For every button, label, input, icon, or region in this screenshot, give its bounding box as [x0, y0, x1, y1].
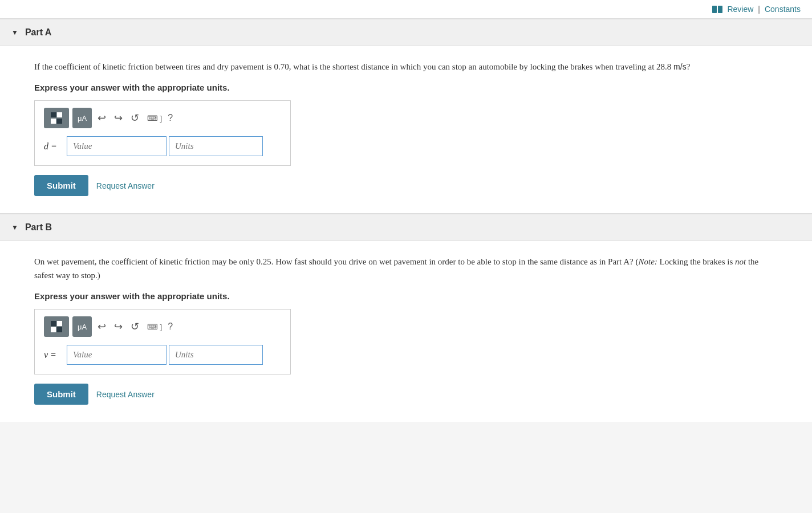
part-a-toolbar: μA ↩ ↪ ↺ ⌨ ] ?: [44, 108, 281, 128]
part-b-chevron[interactable]: ▼: [11, 223, 18, 232]
part-a-keyboard-button[interactable]: ⌨ ]: [145, 113, 164, 124]
part-b-grid-button[interactable]: [44, 316, 69, 337]
part-a-body: If the coefficient of kinetic friction b…: [0, 46, 812, 213]
constants-link[interactable]: Constants: [765, 5, 801, 14]
part-b-symbol-button[interactable]: μA: [72, 316, 92, 337]
part-b-redo-button[interactable]: ↪: [112, 319, 125, 334]
part-a-grid-button[interactable]: [44, 108, 69, 128]
part-a-action-row: Submit Request Answer: [34, 175, 778, 196]
part-b-title: Part B: [25, 222, 52, 233]
books-icon: [712, 6, 722, 13]
part-b-answer-box: μA ↩ ↪ ↺ ⌨ ] ? v =: [34, 309, 291, 374]
part-b-not-word: not: [735, 257, 746, 266]
part-b-header: ▼ Part B: [0, 214, 812, 241]
part-b-action-row: Submit Request Answer: [34, 384, 778, 405]
part-b-undo-button[interactable]: ↩: [95, 319, 108, 334]
part-b-toolbar: μA ↩ ↪ ↺ ⌨ ] ?: [44, 316, 281, 337]
part-a-reset-button[interactable]: ↺: [128, 111, 141, 125]
part-a-value-input[interactable]: [67, 136, 167, 156]
part-b-note-label: Note:: [638, 257, 657, 266]
part-a-section: ▼ Part A If the coefficient of kinetic f…: [0, 19, 812, 213]
part-b-value-input[interactable]: [67, 345, 167, 365]
separator: |: [758, 5, 760, 14]
part-b-section: ▼ Part B On wet pavement, the coefficien…: [0, 213, 812, 422]
part-a-title: Part A: [25, 27, 52, 38]
part-a-express-label: Express your answer with the appropriate…: [34, 83, 778, 92]
part-a-units-input[interactable]: [169, 136, 263, 156]
part-a-answer-box: μA ↩ ↪ ↺ ⌨ ] ? d =: [34, 100, 291, 166]
part-a-redo-button[interactable]: ↪: [112, 111, 125, 125]
part-b-body: On wet pavement, the coefficient of kine…: [0, 241, 812, 422]
part-b-units-input[interactable]: [169, 345, 263, 365]
part-b-reset-button[interactable]: ↺: [128, 319, 141, 334]
part-b-keyboard-button[interactable]: ⌨ ]: [145, 321, 164, 332]
part-a-var-label: d =: [44, 141, 61, 152]
part-a-submit-button[interactable]: Submit: [34, 175, 88, 196]
part-b-request-answer-link[interactable]: Request Answer: [96, 390, 155, 399]
part-b-var-label: v =: [44, 350, 61, 360]
part-b-help-button[interactable]: ?: [168, 321, 173, 332]
review-link[interactable]: Review: [727, 5, 753, 14]
part-a-symbol-button[interactable]: μA: [72, 108, 92, 128]
velocity-value: 28.8: [656, 62, 671, 71]
top-bar: Review | Constants: [0, 0, 812, 19]
part-a-help-button[interactable]: ?: [168, 113, 173, 123]
part-a-undo-button[interactable]: ↩: [95, 111, 108, 125]
part-a-input-row: d =: [44, 136, 281, 156]
part-a-question: If the coefficient of kinetic friction b…: [34, 60, 778, 74]
part-b-question: On wet pavement, the coefficient of kine…: [34, 255, 778, 282]
part-a-request-answer-link[interactable]: Request Answer: [96, 181, 155, 190]
part-a-chevron[interactable]: ▼: [11, 28, 18, 37]
part-b-input-row: v =: [44, 345, 281, 365]
part-b-express-label: Express your answer with the appropriate…: [34, 291, 778, 301]
velocity-unit: m/s: [673, 62, 687, 71]
part-a-header: ▼ Part A: [0, 19, 812, 46]
part-b-submit-button[interactable]: Submit: [34, 384, 88, 405]
